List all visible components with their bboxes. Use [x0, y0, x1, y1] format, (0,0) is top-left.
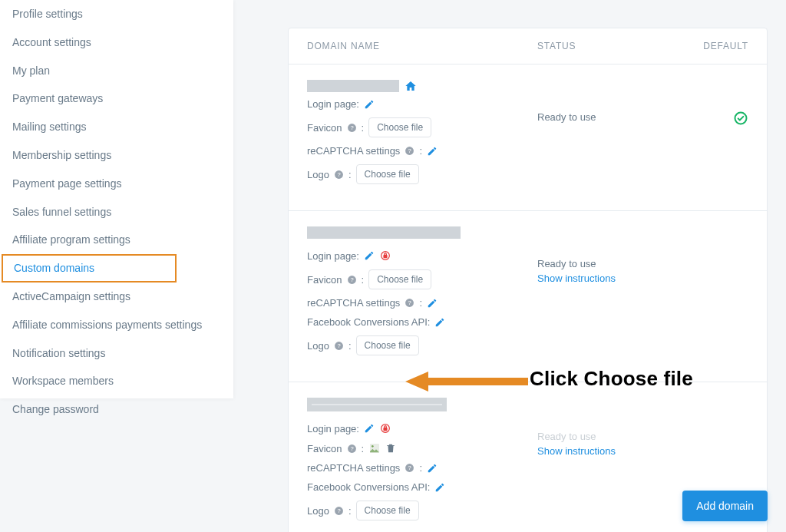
svg-text:?: ? — [337, 171, 340, 178]
domain-row: Login page: Favicon ?: Choose file reCAP… — [289, 211, 767, 382]
sidebar-item-affiliate-program-settings[interactable]: Affiliate program settings — [0, 226, 233, 254]
recaptcha-label: reCAPTCHA settings — [307, 145, 400, 157]
sidebar-item-workspace-members[interactable]: Workspace members — [0, 367, 233, 395]
show-instructions-link[interactable]: Show instructions — [537, 445, 687, 457]
favicon-choose-file-button[interactable]: Choose file — [368, 269, 431, 289]
recaptcha-label: reCAPTCHA settings — [307, 297, 400, 309]
favicon-choose-file-button[interactable]: Choose file — [368, 117, 431, 137]
favicon-label: Favicon — [307, 443, 342, 454]
favicon-label: Favicon — [307, 122, 342, 134]
sidebar-item-payment-gateways[interactable]: Payment gateways — [0, 84, 233, 113]
help-icon[interactable]: ? — [334, 506, 344, 516]
login-page-label: Login page: — [307, 423, 359, 435]
help-icon[interactable]: ? — [405, 463, 414, 473]
login-page-label: Login page: — [307, 250, 359, 262]
logo-choose-file-button[interactable]: Choose file — [356, 164, 419, 184]
pencil-icon[interactable] — [434, 482, 445, 493]
help-icon[interactable]: ? — [334, 170, 344, 180]
sidebar-item-payment-page-settings[interactable]: Payment page settings — [0, 170, 233, 198]
help-icon[interactable]: ? — [405, 146, 414, 156]
pencil-icon[interactable] — [427, 298, 438, 309]
main-content: DOMAIN NAME STATUS DEFAULT Login page: F… — [288, 28, 768, 532]
sidebar-item-account-settings[interactable]: Account settings — [0, 28, 233, 57]
svg-text:?: ? — [337, 342, 340, 349]
logo-label: Logo — [307, 169, 329, 180]
lock-icon — [379, 422, 391, 435]
fb-api-label: Facebook Conversions API: — [307, 481, 430, 493]
sidebar-item-my-plan[interactable]: My plan — [0, 57, 233, 85]
pencil-icon[interactable] — [427, 463, 438, 474]
logo-label: Logo — [307, 505, 329, 517]
sidebar: Profile settings Account settings My pla… — [0, 0, 233, 398]
recaptcha-label: reCAPTCHA settings — [307, 462, 400, 474]
status-text: Ready to use — [537, 111, 596, 123]
domain-name-text — [307, 80, 399, 92]
sidebar-item-profile-settings[interactable]: Profile settings — [0, 0, 233, 28]
sidebar-item-custom-domains[interactable]: Custom domains — [2, 254, 177, 283]
svg-text:?: ? — [408, 464, 411, 471]
status-text: Ready to use — [537, 431, 596, 442]
col-header-default: DEFAULT — [687, 41, 748, 51]
check-circle-icon — [733, 111, 748, 126]
help-icon[interactable]: ? — [347, 444, 357, 454]
logo-label: Logo — [307, 340, 329, 352]
status-text: Ready to use — [537, 258, 596, 269]
help-icon[interactable]: ? — [347, 123, 357, 133]
sidebar-item-membership-settings[interactable]: Membership settings — [0, 141, 233, 170]
favicon-thumbnail-icon — [368, 442, 381, 454]
home-icon — [404, 80, 418, 92]
svg-text:?: ? — [408, 299, 411, 306]
favicon-label: Favicon — [307, 274, 342, 286]
help-icon[interactable]: ? — [334, 341, 344, 351]
fb-api-label: Facebook Conversions API: — [307, 316, 430, 328]
table-header-row: DOMAIN NAME STATUS DEFAULT — [289, 28, 767, 64]
sidebar-item-activecampaign-settings[interactable]: ActiveCampaign settings — [0, 283, 233, 311]
svg-text:?: ? — [337, 507, 340, 514]
pencil-icon[interactable] — [434, 317, 445, 328]
domain-row: Login page: Favicon ?: Choose file reCAP… — [289, 64, 767, 211]
sidebar-item-sales-funnel-settings[interactable]: Sales funnel settings — [0, 198, 233, 226]
col-header-domain-name: DOMAIN NAME — [307, 41, 537, 51]
sidebar-item-affiliate-commissions[interactable]: Affiliate commissions payments settings — [0, 311, 233, 339]
pencil-icon[interactable] — [364, 99, 375, 110]
sidebar-item-notification-settings[interactable]: Notification settings — [0, 339, 233, 368]
col-header-status: STATUS — [537, 41, 687, 51]
lock-icon — [379, 249, 391, 262]
sidebar-item-mailing-settings[interactable]: Mailing settings — [0, 113, 233, 141]
login-page-label: Login page: — [307, 98, 359, 110]
svg-point-20 — [372, 445, 374, 448]
domain-name-text — [307, 398, 447, 411]
help-icon[interactable]: ? — [347, 275, 357, 285]
pencil-icon[interactable] — [364, 250, 375, 261]
domain-name-text — [307, 226, 461, 239]
svg-rect-8 — [384, 255, 387, 257]
domains-panel: DOMAIN NAME STATUS DEFAULT Login page: F… — [288, 28, 768, 532]
svg-text:?: ? — [350, 445, 353, 452]
annotation-text: Click Choose file — [530, 367, 693, 391]
logo-choose-file-button[interactable]: Choose file — [356, 335, 419, 355]
svg-text:?: ? — [408, 147, 411, 154]
help-icon[interactable]: ? — [405, 298, 414, 308]
logo-choose-file-button[interactable]: Choose file — [356, 501, 419, 520]
svg-rect-16 — [384, 428, 387, 430]
trash-icon[interactable] — [385, 443, 396, 454]
sidebar-item-change-password[interactable]: Change password — [0, 395, 233, 424]
pencil-icon[interactable] — [364, 423, 375, 434]
show-instructions-link[interactable]: Show instructions — [537, 273, 687, 284]
add-domain-button[interactable]: Add domain — [682, 491, 768, 521]
svg-text:?: ? — [350, 276, 353, 283]
pencil-icon[interactable] — [427, 146, 438, 157]
svg-text:?: ? — [350, 124, 353, 131]
